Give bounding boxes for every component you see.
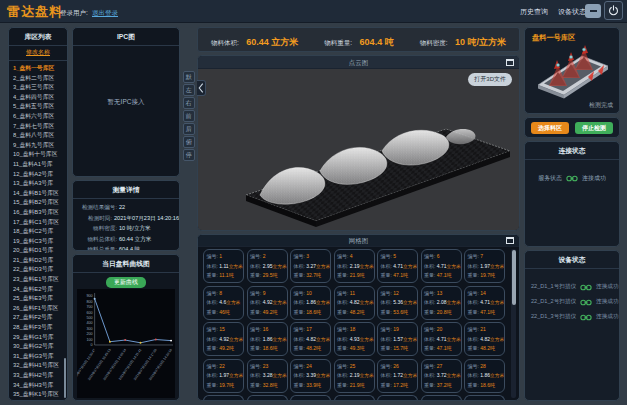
- sidebar-scrollbar[interactable]: [64, 358, 67, 398]
- collapse-handle[interactable]: [197, 80, 206, 96]
- grid-card[interactable]: 编号: 27 体积: 3.72立方米 重量: 37.2吨: [421, 359, 462, 393]
- view-preset-button[interactable]: 俯: [183, 136, 195, 148]
- sidebar-item[interactable]: 25_盘料E3号库: [13, 294, 67, 304]
- grid-scrollbar[interactable]: [511, 249, 516, 398]
- sidebar-item[interactable]: 1_盘料一号库区: [13, 64, 67, 74]
- grid-card[interactable]: 编号: 14 体积: 4.71立方米 重量: 47.1吨: [464, 286, 505, 320]
- sidebar-item[interactable]: 30_盘料G2号库: [13, 342, 67, 352]
- measurement-value: 2021年07月23日 14:20:16: [114, 213, 179, 224]
- grid-card[interactable]: 编号: 13 体积: 2.08立方米 重量: 20.8吨: [421, 286, 462, 320]
- sidebar-item[interactable]: 28_盘料F3号库: [13, 323, 67, 333]
- grid-card[interactable]: 编号: 22 体积: 1.97立方米 重量: 19.7吨: [203, 359, 244, 393]
- grid-card[interactable]: 编号: 6 体积: 4.71立方米 重量: 47.1吨: [421, 249, 462, 283]
- grid-card[interactable]: 编号: 8 体积: 4.6立方米 重量: 46吨: [203, 286, 244, 320]
- grid-card[interactable]: 编号: 26 体积: 1.72立方米 重量: 17.2吨: [377, 359, 418, 393]
- view-preset-button[interactable]: 后: [183, 123, 195, 135]
- sidebar-item[interactable]: 14_盘料B1号库区: [13, 189, 67, 199]
- rename-link[interactable]: 修改名称: [9, 46, 67, 61]
- sidebar-item[interactable]: 2_盘料二号库区: [13, 74, 67, 84]
- pointcloud-title: 点云图: [198, 56, 519, 69]
- sidebar-item[interactable]: 34_盘料H3号库: [13, 381, 67, 391]
- sidebar-item[interactable]: 29_盘料G1号库: [13, 333, 67, 343]
- history-query-button[interactable]: 历史查询: [520, 7, 548, 17]
- grid-card[interactable]: 编号: 28 体积: 1.86立方米 重量: 18.6吨: [464, 359, 505, 393]
- sidebar-item[interactable]: 18_盘料C2号库: [13, 227, 67, 237]
- maximize-icon[interactable]: [506, 59, 514, 66]
- card-volume-unit: 立方米: [360, 300, 374, 305]
- grid-maximize-icon[interactable]: [506, 237, 514, 244]
- grid-card[interactable]: 编号: 18 体积: 4.93立方米 重量: 49.3吨: [334, 322, 375, 356]
- grid-card[interactable]: 编号: 5 体积: 4.71立方米 重量: 47.1吨: [377, 249, 418, 283]
- card-volume-label: 体积:: [294, 263, 305, 269]
- grid-card[interactable]: 编号: 19 体积: 1.57立方米 重量: 15.7吨: [377, 322, 418, 356]
- sidebar-item[interactable]: 6_盘料六号库区: [13, 112, 67, 122]
- sidebar-item[interactable]: 15_盘料B2号库区: [13, 198, 67, 208]
- sidebar-item[interactable]: 20_盘料D1号库: [13, 246, 67, 256]
- view-preset-button[interactable]: 左: [183, 84, 195, 96]
- view-preset-button[interactable]: 停: [183, 149, 195, 161]
- sidebar-item[interactable]: 8_盘料八号库区: [13, 131, 67, 141]
- grid-card[interactable]: 编号: 25 体积: 2.19立方米 重量: 21.9吨: [334, 359, 375, 393]
- sidebar-item[interactable]: 7_盘料七号库区: [13, 122, 67, 132]
- sidebar-item[interactable]: 33_盘料H2号库: [13, 371, 67, 381]
- grid-card[interactable]: 编号: 15 体积: 4.92立方米 重量: 49.2吨: [203, 322, 244, 356]
- sidebar-item[interactable]: 19_盘料C3号库: [13, 237, 67, 247]
- update-curve-button[interactable]: 更新曲线: [106, 277, 146, 288]
- view-preset-button[interactable]: 默: [183, 71, 195, 83]
- grid-card[interactable]: 编号: 24 体积: 3.39立方米 重量: 33.9吨: [290, 359, 331, 393]
- grid-card[interactable]: 编号: 20 体积: 4.71立方米 重量: 47.1吨: [421, 322, 462, 356]
- stop-detect-button[interactable]: 停止检测: [575, 122, 613, 134]
- grid-card[interactable]: 编号: 4 体积: 2.19立方米 重量: 21.9吨: [334, 249, 375, 283]
- minimize-button[interactable]: [585, 4, 601, 18]
- curve-title: 当日盘料曲线图: [73, 255, 179, 273]
- view-preset-button[interactable]: 右: [183, 97, 195, 109]
- connection-status: 连接成功: [582, 174, 606, 183]
- card-weight-unit: 吨: [316, 309, 321, 315]
- sidebar-item[interactable]: 12_盘料A2号库: [13, 170, 67, 180]
- sidebar-item[interactable]: 26_盘料F1号库区: [13, 304, 67, 314]
- sidebar-item[interactable]: 10_盘料十号库区: [13, 150, 67, 160]
- sidebar-item[interactable]: 24_盘料E2号库: [13, 285, 67, 295]
- grid-card[interactable]: 编号: 11 体积: 4.82立方米 重量: 48.2吨: [334, 286, 375, 320]
- grid-card[interactable]: 编号: 23 体积: 3.28立方米 重量: 32.8吨: [247, 359, 288, 393]
- stat-item: 物料体积: 60.44 立方米: [211, 31, 298, 49]
- logout-link[interactable]: 退出登录: [92, 9, 118, 18]
- select-area-button[interactable]: 选择料区: [531, 122, 569, 134]
- sidebar-item[interactable]: 27_盘料F2号库: [13, 313, 67, 323]
- sidebar-item[interactable]: 4_盘料四号库区: [13, 93, 67, 103]
- grid-card[interactable]: 编号: 16 体积: 1.86立方米 重量: 18.6吨: [247, 322, 288, 356]
- sidebar-item[interactable]: 11_盘料A1号库: [13, 160, 67, 170]
- grid-card[interactable]: 编号: 2 体积: 2.95立方米 重量: 29.5吨: [247, 249, 288, 283]
- sidebar-item[interactable]: 21_盘料D2号库: [13, 256, 67, 266]
- sidebar-item[interactable]: 16_盘料B3号库区: [13, 208, 67, 218]
- card-no-label: 编号:: [424, 290, 435, 296]
- sidebar-item[interactable]: 32_盘料H1号库区: [13, 361, 67, 371]
- device-status-button[interactable]: 设备状态: [558, 7, 586, 17]
- sidebar-item[interactable]: 17_盘料C1号库区: [13, 218, 67, 228]
- grid-card[interactable]: 编号: 3 体积: 3.27立方米 重量: 32.7吨: [290, 249, 331, 283]
- view-preset-button[interactable]: 前: [183, 110, 195, 122]
- sidebar-item[interactable]: 23_盘料E1号库区: [13, 275, 67, 285]
- grid-card[interactable]: 编号: 21 体积: 4.82立方米 重量: 48.2吨: [464, 322, 505, 356]
- sidebar-item[interactable]: 13_盘料A3号库: [13, 179, 67, 189]
- sidebar-item[interactable]: 35_盘料K1号库区: [13, 390, 67, 400]
- grid-card[interactable]: 编号: 1 体积: 1.11立方米 重量: 11.1吨: [203, 249, 244, 283]
- card-weight-value: 48.2: [480, 345, 490, 351]
- grid-card[interactable]: 编号: 12 体积: 5.36立方米 重量: 53.6吨: [377, 286, 418, 320]
- sidebar-item[interactable]: 3_盘料三号库区: [13, 83, 67, 93]
- card-no-label: 编号:: [381, 363, 392, 369]
- open-3d-file-button[interactable]: 打开3D文件: [468, 73, 512, 86]
- sidebar-item[interactable]: 22_盘料D3号库: [13, 265, 67, 275]
- grid-card[interactable]: 编号: 17 体积: 4.82立方米 重量: 48.2吨: [290, 322, 331, 356]
- sidebar-item[interactable]: 5_盘料五号库区: [13, 102, 67, 112]
- grid-card[interactable]: 编号: 7 体积: 1.97立方米 重量: 19.7吨: [464, 249, 505, 283]
- card-weight-unit: 吨: [490, 272, 495, 278]
- grid-scrollbar-thumb[interactable]: [512, 250, 516, 305]
- grid-card[interactable]: 编号: 9 体积: 4.92立方米 重量: 49.2吨: [247, 286, 288, 320]
- grid-card[interactable]: 编号: 10 体积: 1.86立方米 重量: 18.6吨: [290, 286, 331, 320]
- pointcloud-canvas[interactable]: 打开3D文件: [198, 69, 519, 230]
- card-weight-unit: 吨: [360, 272, 365, 278]
- sidebar-item[interactable]: 9_盘料九号库区: [13, 141, 67, 151]
- power-button[interactable]: [604, 1, 623, 20]
- sidebar-item[interactable]: 31_盘料G3号库: [13, 352, 67, 362]
